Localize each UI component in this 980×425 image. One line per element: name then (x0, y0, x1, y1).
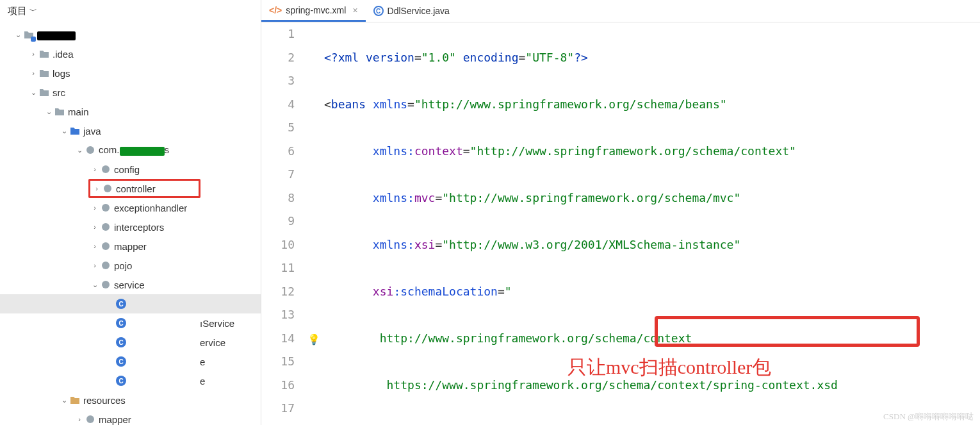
tree-item-class-4[interactable]: C e (0, 352, 261, 371)
tree-item-class-2[interactable]: C ıService (0, 313, 261, 333)
svg-point-4 (102, 223, 110, 231)
package-icon (100, 240, 111, 252)
tree-item-java[interactable]: ⌄ java (0, 121, 261, 140)
code-content[interactable]: <?xml version="1.0" encoding="UTF-8"?> <… (324, 22, 980, 425)
tree-item-controller[interactable]: › controller (88, 179, 200, 198)
svg-point-5 (102, 242, 110, 250)
chevron-right-icon: › (28, 69, 38, 77)
bulb-icon[interactable]: 💡 (307, 328, 320, 352)
close-icon[interactable]: × (352, 5, 357, 15)
package-icon (100, 260, 111, 271)
package-icon (100, 221, 111, 233)
chevron-right-icon: › (90, 262, 100, 269)
folder-icon (38, 67, 50, 79)
class-icon: C (115, 337, 127, 348)
chevron-right-icon: › (90, 242, 100, 250)
gutter-icons: 💡 (306, 22, 324, 425)
class-icon: C (115, 375, 127, 387)
chevron-right-icon: › (92, 185, 102, 192)
chevron-right-icon: › (90, 223, 100, 231)
chevron-right-icon: › (90, 165, 100, 173)
tree-item-exceptionhandler[interactable]: › exceptionhandler (0, 198, 261, 217)
folder-icon (38, 87, 50, 98)
java-class-icon: C (373, 6, 384, 16)
tree-item-class-3[interactable]: C ervice (0, 333, 261, 352)
project-tree: ⌄ › .idea › logs ⌄ src ⌄ main ⌄ java (0, 22, 261, 425)
tree-item-resources[interactable]: ⌄ resources (0, 390, 261, 410)
tree-item-com[interactable]: ⌄ com.s (0, 140, 261, 160)
tree-item-src[interactable]: ⌄ src (0, 83, 261, 102)
class-icon: C (115, 317, 127, 329)
tree-root[interactable]: ⌄ (0, 25, 261, 44)
tree-item-mapper2[interactable]: › mapper (0, 410, 261, 425)
line-numbers: 1 2 3 4 5 6 7 8 9 10 11 12 13 14 15 16 1… (261, 22, 306, 425)
resources-folder-icon (69, 394, 81, 406)
class-icon: C (115, 298, 127, 310)
chevron-down-icon: ⌄ (74, 146, 85, 154)
tree-item-mapper[interactable]: › mapper (0, 237, 261, 256)
chevron-down-icon: ⌄ (90, 281, 100, 289)
folder-icon (54, 106, 65, 117)
package-icon (85, 144, 96, 156)
tree-item-class-5[interactable]: C e (0, 371, 261, 390)
chevron-right-icon: › (90, 204, 100, 212)
tree-item-interceptors[interactable]: › interceptors (0, 217, 261, 237)
tab-ddlservice[interactable]: C DdlService.java (366, 0, 457, 22)
tree-item-service[interactable]: ⌄ service (0, 275, 261, 294)
source-folder-icon (69, 125, 81, 137)
tree-item-config[interactable]: › config (0, 160, 261, 179)
svg-point-8 (86, 415, 94, 423)
tree-item-pojo[interactable]: › pojo (0, 256, 261, 275)
editor-tabs: </> spring-mvc.xml × C DdlService.java (261, 0, 980, 22)
chevron-down-icon: ⌄ (13, 31, 23, 39)
package-icon (102, 183, 113, 194)
package-icon (100, 163, 111, 175)
svg-point-2 (104, 185, 111, 192)
chevron-right-icon: › (28, 50, 38, 58)
chevron-right-icon: › (74, 415, 85, 423)
package-icon (100, 202, 111, 213)
project-sidebar: 项目 ﹀ ⌄ › .idea › logs ⌄ src ⌄ main (0, 0, 261, 425)
tree-item-main[interactable]: ⌄ main (0, 102, 261, 121)
svg-point-3 (102, 204, 110, 212)
chevron-down-icon: ⌄ (59, 127, 69, 135)
xml-file-icon: </> (269, 5, 282, 15)
svg-point-0 (86, 146, 94, 154)
project-icon (23, 29, 35, 40)
svg-point-6 (102, 262, 110, 269)
tab-spring-mvc[interactable]: </> spring-mvc.xml × (261, 0, 366, 22)
tree-item-class-1[interactable]: C (0, 294, 261, 313)
chevron-down-icon: ⌄ (59, 396, 69, 404)
class-icon: C (115, 356, 127, 367)
code-editor[interactable]: 1 2 3 4 5 6 7 8 9 10 11 12 13 14 15 16 1… (261, 22, 980, 425)
chevron-down-icon: ⌄ (44, 108, 54, 116)
tree-item-logs[interactable]: › logs (0, 63, 261, 83)
folder-icon (38, 48, 50, 60)
tree-item-idea[interactable]: › .idea (0, 44, 261, 63)
package-icon (85, 413, 96, 425)
svg-point-1 (102, 165, 110, 173)
watermark: CSDN @嘚嘚嘚嘚嘚嘚哒 (883, 411, 974, 422)
package-icon (100, 279, 111, 290)
editor-area: </> spring-mvc.xml × C DdlService.java 1… (261, 0, 980, 425)
chevron-down-icon: ⌄ (28, 88, 38, 97)
sidebar-title[interactable]: 项目 ﹀ (0, 0, 261, 22)
svg-point-7 (102, 281, 110, 288)
chevron-down-icon: ﹀ (29, 6, 37, 17)
